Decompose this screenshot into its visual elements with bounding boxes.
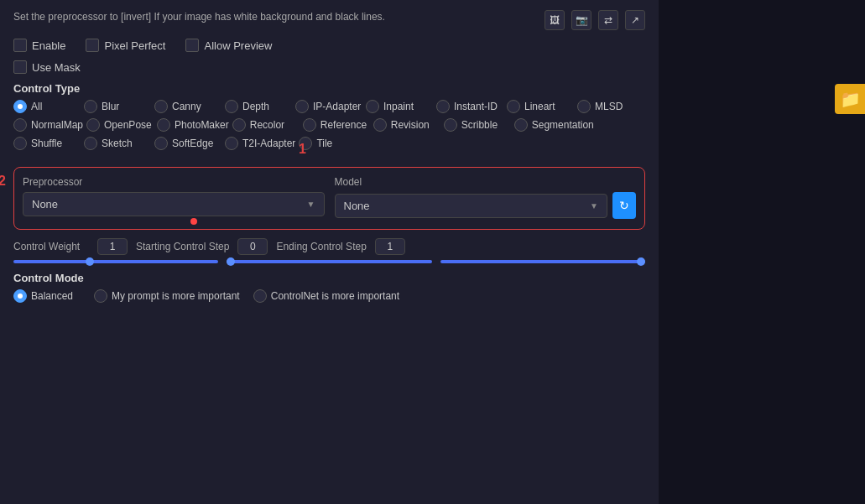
radio-controlnet-circle (253, 289, 267, 303)
radio-inpaint[interactable]: Inpaint (366, 100, 433, 113)
sliders-section: Control Weight 1 Starting Control Step 0… (13, 238, 645, 263)
model-refresh-button[interactable]: ↻ (612, 192, 636, 219)
preprocessor-red-dot (190, 218, 197, 225)
radio-photomaker[interactable]: PhotoMaker (157, 118, 229, 132)
radio-my-prompt[interactable]: My prompt is more important (94, 289, 240, 303)
radio-ip-adapter[interactable]: IP-Adapter (295, 100, 362, 113)
radio-mlsd[interactable]: MLSD (577, 100, 644, 113)
model-group: Model None ▼ ↻ (335, 176, 637, 221)
radio-scribble[interactable]: Scribble (444, 118, 511, 132)
arrow-icon-btn[interactable]: ↗ (625, 10, 645, 30)
radio-photomaker-circle (157, 118, 170, 132)
main-panel: Set the preprocessor to [invert] If your… (0, 0, 659, 504)
radio-mlsd-label: MLSD (595, 101, 623, 112)
mode-radio-row: Balanced My prompt is more important Con… (13, 289, 645, 303)
radio-t2i-adapter-circle (225, 137, 238, 150)
radio-instant-id[interactable]: Instant-ID (436, 100, 503, 113)
model-value: None (344, 200, 370, 212)
info-text: Set the preprocessor to [invert] If your… (13, 10, 385, 24)
control-weight-thumb[interactable] (86, 257, 94, 266)
starting-step-thumb[interactable] (227, 257, 235, 266)
radio-shuffle[interactable]: Shuffle (13, 137, 81, 150)
pixel-perfect-label: Pixel Perfect (104, 39, 165, 52)
radio-sketch-circle (84, 137, 97, 150)
radio-canny[interactable]: Canny (154, 100, 221, 113)
radio-depth[interactable]: Depth (225, 100, 292, 113)
preprocessor-value: None (32, 198, 58, 210)
radio-segmentation-circle (514, 118, 528, 132)
starting-step-slider[interactable] (227, 260, 431, 263)
info-row: Set the preprocessor to [invert] If your… (13, 10, 645, 30)
radio-all[interactable]: All (13, 100, 81, 113)
radio-shuffle-label: Shuffle (31, 138, 62, 149)
model-select[interactable]: None ▼ (335, 194, 608, 218)
ending-step-thumb[interactable] (637, 257, 645, 266)
radio-blur[interactable]: Blur (84, 100, 151, 113)
ending-step-label: Ending Control Step (276, 241, 366, 252)
sliders-header-row: Control Weight 1 Starting Control Step 0… (13, 238, 645, 255)
camera-icon-btn[interactable]: 📷 (571, 10, 591, 30)
dropdowns-wrapper: 2 Preprocessor None ▼ Model None (13, 167, 645, 230)
radio-softedge[interactable]: SoftEdge (154, 137, 221, 150)
radio-normalmap-label: NormalMap (31, 119, 83, 131)
model-arrow-icon: ▼ (590, 201, 598, 210)
radio-canny-circle (154, 100, 168, 113)
preprocessor-group: Preprocessor None ▼ (23, 176, 325, 221)
right-panel: 📁 (659, 0, 865, 504)
checkboxes-row-2: Use Mask (13, 60, 645, 74)
radio-reference[interactable]: Reference (303, 118, 370, 132)
radio-recolor[interactable]: Recolor (232, 118, 300, 132)
pixel-perfect-checkbox[interactable] (86, 39, 99, 52)
enable-checkbox[interactable] (13, 39, 27, 52)
starting-step-value: 0 (237, 238, 268, 255)
radio-inpaint-label: Inpaint (383, 101, 414, 112)
control-weight-slider[interactable] (13, 260, 218, 263)
image-icon-btn[interactable]: 🖼 (545, 10, 565, 30)
radio-lineart[interactable]: Lineart (507, 100, 574, 113)
radio-controlnet[interactable]: ControlNet is more important (253, 289, 399, 303)
radio-sketch[interactable]: Sketch (84, 137, 151, 150)
starting-step-label: Starting Control Step (136, 241, 229, 252)
enable-checkbox-row[interactable]: Enable (13, 39, 65, 52)
radio-t2i-adapter-label: T2I-Adapter (242, 138, 295, 149)
radio-scribble-label: Scribble (461, 119, 498, 131)
annotation-1: 1 (299, 142, 306, 157)
radio-revision[interactable]: Revision (373, 118, 440, 132)
allow-preview-checkbox[interactable] (185, 39, 199, 52)
preprocessor-select[interactable]: None ▼ (23, 192, 325, 216)
radio-openpose[interactable]: OpenPose (86, 118, 154, 132)
radio-balanced[interactable]: Balanced (13, 289, 81, 303)
radio-controlnet-label: ControlNet is more important (271, 290, 399, 302)
control-type-grid: All Blur Canny Depth IP-Adapter Inpaint (13, 100, 645, 150)
radio-normalmap[interactable]: NormalMap (13, 118, 83, 132)
model-row: None ▼ ↻ (335, 192, 637, 219)
radio-tile[interactable]: Tile (299, 137, 366, 150)
swap-icon-btn[interactable]: ⇄ (598, 10, 618, 30)
radio-revision-label: Revision (391, 119, 430, 131)
radio-segmentation-label: Segmentation (532, 119, 594, 131)
sliders-tracks-row (13, 260, 645, 263)
allow-preview-checkbox-row[interactable]: Allow Preview (185, 39, 272, 52)
top-icons: 🖼 📷 ⇄ ↗ (545, 10, 645, 30)
preprocessor-label: Preprocessor (23, 176, 325, 188)
use-mask-label: Use Mask (32, 61, 81, 74)
use-mask-checkbox-row[interactable]: Use Mask (13, 60, 81, 74)
radio-canny-label: Canny (172, 101, 201, 112)
radio-all-circle (13, 100, 27, 113)
control-mode-label: Control Mode (13, 272, 645, 284)
radio-segmentation[interactable]: Segmentation (514, 118, 594, 132)
folder-icon[interactable]: 📁 (835, 84, 865, 114)
radio-ip-adapter-circle (295, 100, 309, 113)
pixel-perfect-checkbox-row[interactable]: Pixel Perfect (86, 39, 165, 52)
radio-softedge-circle (154, 137, 168, 150)
use-mask-checkbox[interactable] (13, 60, 27, 74)
radio-shuffle-circle (13, 137, 27, 150)
radio-t2i-adapter[interactable]: T2I-Adapter (225, 137, 295, 150)
radio-depth-circle (225, 100, 238, 113)
ending-step-value: 1 (375, 238, 405, 255)
ending-step-slider[interactable] (440, 260, 645, 263)
radio-reference-circle (303, 118, 316, 132)
radio-mlsd-circle (577, 100, 591, 113)
annotation-2: 2 (0, 174, 6, 189)
radio-depth-label: Depth (242, 101, 269, 112)
